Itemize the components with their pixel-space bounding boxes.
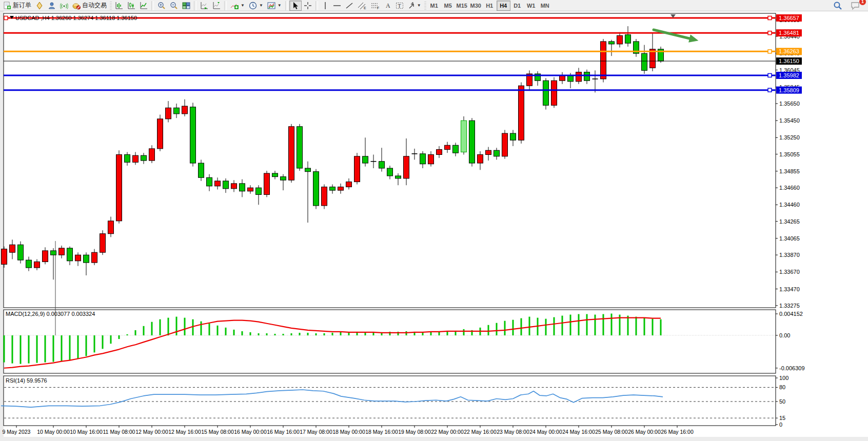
tile-windows-button[interactable] [180, 1, 192, 11]
price-tick-label: 1.33670 [779, 269, 800, 275]
text-label-button[interactable]: T [393, 1, 406, 11]
trendline-button[interactable] [343, 1, 356, 11]
timeframe-h1-button[interactable]: H1 [483, 1, 497, 11]
rsi-tick-label: 15 [779, 415, 785, 421]
candle-body [149, 149, 155, 161]
time-tick-label: 22 May 16:00 [464, 429, 497, 435]
line-handle[interactable] [768, 31, 772, 35]
search-button[interactable] [831, 1, 844, 11]
candle-body [617, 35, 623, 44]
cursor-button[interactable] [289, 1, 302, 11]
line-handle[interactable] [768, 16, 772, 20]
macd-panel[interactable] [4, 310, 776, 373]
time-tick-label: 15 May 08:00 [201, 429, 234, 435]
chart-svg: 1.366351.364401.362401.360451.358451.356… [0, 0, 868, 441]
candle-body [305, 168, 311, 172]
bar-chart-icon [115, 2, 123, 10]
price-tick-label: 1.35055 [779, 151, 800, 157]
price-badge-label: 1.36263 [779, 48, 799, 54]
window-bottom-edge [0, 437, 868, 441]
time-tick-label: 12 May 00:00 [135, 429, 168, 435]
candle-body [84, 255, 89, 263]
svg-text:A: A [386, 2, 390, 9]
compass-button[interactable] [33, 1, 46, 11]
timeframe-m15-button[interactable]: M15 [455, 1, 469, 11]
price-badge: 1.35809 [776, 87, 802, 94]
dropdown-caret-icon: ▼ [241, 3, 245, 8]
candle-body [125, 155, 130, 163]
timeframe-mn-button[interactable]: MN [538, 1, 552, 11]
chart-shift-button[interactable] [210, 1, 223, 11]
autotrade-button[interactable]: 自动交易 [70, 1, 109, 11]
candle-body [469, 121, 475, 163]
timeframe-m30-button[interactable]: M30 [469, 1, 483, 11]
price-badge-label: 1.35982 [779, 72, 799, 78]
horizontal-line-icon [333, 2, 341, 10]
timeframe-h4-button[interactable]: H4 [497, 1, 510, 11]
horizontal-line-button[interactable] [331, 1, 343, 11]
candle-body [404, 156, 409, 178]
timeframe-w1-button[interactable]: W1 [524, 1, 538, 11]
auto-scroll-button[interactable] [198, 1, 210, 11]
candle-body [67, 248, 73, 261]
macd-tick-label: 0.004152 [779, 311, 803, 317]
candle-body [108, 221, 114, 234]
time-tick-label: 24 May 16:00 [562, 429, 595, 435]
time-tick-label: 18 May 00:00 [332, 429, 365, 435]
time-tick-label: 18 May 16:00 [365, 429, 398, 435]
indicators-button[interactable]: ▼ [228, 1, 247, 11]
market-signal-button[interactable] [58, 1, 70, 11]
time-tick-label: 10 May 00:00 [37, 429, 70, 435]
time-tick-label: 19 May 08:00 [398, 429, 431, 435]
macd-label: MACD(12,26,9) 0.003077 0.003324 [6, 311, 95, 317]
timeframe-m1-button[interactable]: M1 [427, 1, 441, 11]
candle-body [338, 187, 344, 191]
price-badge-label: 1.36657 [779, 15, 799, 21]
main-toolbar: 新订单 自动交易 ▼ ▼ ▼ E F A T ▼ [0, 0, 868, 11]
candlestick-chart-button[interactable] [125, 1, 137, 11]
fibonacci-button[interactable]: F [369, 1, 382, 11]
notification-count-badge: 1 [859, 0, 866, 5]
candle-body [387, 168, 393, 176]
candle-body [281, 177, 286, 181]
price-tick-label: 1.35650 [779, 101, 800, 107]
price-tick-label: 1.33870 [779, 252, 800, 258]
new-order-button[interactable]: 新订单 [1, 1, 33, 11]
price-badge: 1.35982 [776, 72, 802, 79]
price-tick-label: 1.34265 [779, 218, 800, 225]
candle-body [568, 75, 574, 82]
auto-scroll-icon [200, 2, 208, 10]
zoom-out-button[interactable] [168, 1, 180, 11]
line-handle[interactable] [768, 50, 772, 53]
candle-body [157, 119, 163, 149]
timeframe-d1-button[interactable]: D1 [510, 1, 524, 11]
text-button[interactable]: A [382, 1, 393, 11]
zoom-in-button[interactable] [155, 1, 168, 11]
new-order-label: 新订单 [13, 1, 31, 10]
line-handle[interactable] [768, 73, 772, 77]
price-badge: 1.36657 [776, 14, 802, 22]
candle-body [494, 150, 500, 156]
tile-windows-icon [182, 2, 190, 10]
bar-chart-button[interactable] [113, 1, 125, 11]
line-chart-button[interactable] [137, 1, 150, 11]
candle-body [166, 108, 171, 119]
notifications-button[interactable]: 1 [849, 1, 863, 11]
new-order-icon [3, 2, 11, 10]
candle-body [313, 172, 319, 206]
time-tick-label: 17 May 08:00 [300, 429, 332, 435]
svg-text:T: T [398, 3, 401, 8]
periods-button[interactable]: ▼ [247, 1, 265, 11]
crosshair-button[interactable] [302, 1, 314, 11]
window-left-edge [0, 11, 4, 441]
equidistant-channel-button[interactable]: E [356, 1, 369, 11]
arrows-button[interactable]: ▼ [406, 1, 423, 11]
candle-body [428, 155, 434, 164]
line-handle[interactable] [4, 16, 8, 20]
line-handle[interactable] [768, 88, 772, 92]
candle-body [379, 162, 385, 168]
timeframe-m5-button[interactable]: M5 [441, 1, 455, 11]
templates-button[interactable]: ▼ [265, 1, 284, 11]
metaeditor-button[interactable] [46, 1, 58, 11]
vertical-line-button[interactable] [320, 1, 331, 11]
